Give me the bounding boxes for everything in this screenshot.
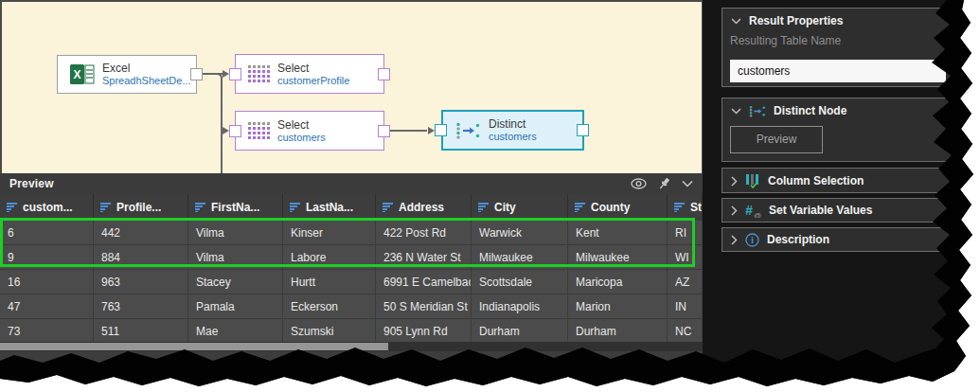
svg-text:X: X [73, 68, 80, 81]
svg-text:@: @ [754, 210, 761, 218]
section-title: Distinct Node [774, 104, 846, 117]
node-title: Distinct [489, 117, 537, 131]
distinct-icon [749, 105, 766, 117]
section-header-column-selection[interactable]: Column Selection [722, 169, 953, 193]
column-selection-icon [745, 174, 760, 188]
chevron-down-icon [731, 18, 741, 25]
section-header-distinct-node[interactable]: Distinct Node [722, 98, 953, 123]
section-title: Set Variable Values [769, 204, 872, 217]
horizontal-scrollbar[interactable] [0, 342, 703, 351]
port-selectcustomers-input[interactable] [229, 125, 241, 137]
port-distinct-output[interactable] [577, 124, 589, 136]
chevron-right-icon [731, 235, 738, 245]
resulting-table-name-input[interactable]: customers [730, 60, 946, 82]
port-excel-output[interactable] [190, 68, 203, 80]
distinct-icon [455, 122, 481, 139]
section-result-properties: Result Properties Resulting Table Name c… [722, 8, 954, 87]
chevron-right-icon [731, 176, 738, 187]
section-header-set-variable-values[interactable]: # @ Set Variable Values [722, 199, 953, 222]
chevron-down-icon [731, 108, 741, 115]
column-header[interactable]: Address [376, 194, 472, 221]
node-title: Select [277, 62, 349, 75]
section-title: Description [767, 233, 829, 246]
arrowhead [428, 127, 435, 134]
table-header-row: custom... Profile... FirstNa... LastNa..… [0, 194, 703, 221]
port-selectprofile-input[interactable] [229, 68, 241, 80]
section-header-result-properties[interactable]: Result Properties [722, 9, 953, 33]
preview-pane-header: Preview [0, 173, 703, 194]
node-subtitle: customers [489, 131, 537, 143]
svg-text:#: # [745, 204, 753, 218]
node-subtitle: customers [277, 132, 326, 144]
table-row[interactable]: 16963StaceyHurtt6991 E CamelbackScottsda… [0, 270, 703, 294]
select-grid-icon [248, 65, 270, 82]
column-header[interactable]: County [568, 194, 668, 221]
preview-button[interactable]: Preview [730, 126, 823, 153]
table-row[interactable]: 6442VilmaKinser422 Post RdWarwickKentRI [0, 221, 703, 245]
workflow-canvas[interactable]: X Excel SpreadhSheetDe... [0, 0, 703, 173]
chevron-down-icon[interactable] [682, 180, 693, 187]
chevron-right-icon [731, 205, 738, 216]
column-header[interactable]: Profile... [94, 194, 188, 221]
node-select-customerprofile[interactable]: Select customerProfile [235, 54, 384, 94]
section-distinct-node: Distinct Node Preview [722, 98, 954, 162]
port-selectcustomers-output[interactable] [378, 125, 390, 137]
preview-table: custom... Profile... FirstNa... LastNa..… [0, 194, 703, 351]
section-column-selection: Column Selection [722, 168, 954, 193]
section-description: i Description [722, 227, 954, 252]
node-subtitle: SpreadhSheetDe... [102, 75, 191, 87]
column-header[interactable]: Sta [668, 194, 703, 221]
node-distinct[interactable]: Distinct customers [441, 110, 584, 151]
pin-icon[interactable] [658, 177, 670, 190]
column-header[interactable]: City [472, 194, 568, 221]
node-subtitle: customerProfile [277, 75, 349, 87]
info-icon: i [745, 233, 759, 247]
eye-icon[interactable] [631, 178, 647, 189]
node-title: Select [277, 118, 326, 132]
arrowhead [223, 127, 229, 134]
column-header[interactable]: LastNa... [283, 194, 376, 221]
scrollbar-thumb[interactable] [0, 343, 388, 350]
section-header-description[interactable]: i Description [722, 228, 953, 251]
column-header[interactable]: FirstNa... [188, 194, 283, 221]
select-grid-icon [248, 122, 270, 139]
section-title: Column Selection [768, 174, 864, 187]
preview-pane-title: Preview [0, 177, 54, 190]
properties-panel: Result Properties Resulting Table Name c… [703, 0, 980, 392]
column-header[interactable]: custom... [0, 194, 94, 221]
variables-icon: # @ [745, 204, 761, 218]
app-screenshot: X Excel SpreadhSheetDe... [0, 0, 980, 392]
table-row[interactable]: 47763PamalaEckerson50 S Meridian St #Ind… [0, 294, 703, 319]
cutoff-area [0, 351, 703, 392]
port-distinct-input[interactable] [435, 124, 447, 136]
node-select-customers[interactable]: Select customers [235, 111, 384, 151]
node-title: Excel [102, 62, 191, 75]
table-row[interactable]: 9884VilmaLabore236 N Water StMilwaukeeMi… [0, 245, 703, 270]
section-title: Result Properties [749, 14, 843, 27]
node-excel[interactable]: X Excel SpreadhSheetDe... [57, 55, 197, 94]
svg-text:i: i [751, 236, 754, 245]
section-set-variable-values: # @ Set Variable Values [722, 198, 954, 223]
arrowhead [223, 70, 229, 78]
table-row[interactable]: 73511MaeSzumski905 Lynn RdDurhamDurhamNC [0, 319, 703, 344]
excel-icon: X [70, 64, 95, 84]
field-label: Resulting Table Name [722, 34, 953, 47]
port-selectprofile-output[interactable] [378, 68, 390, 80]
